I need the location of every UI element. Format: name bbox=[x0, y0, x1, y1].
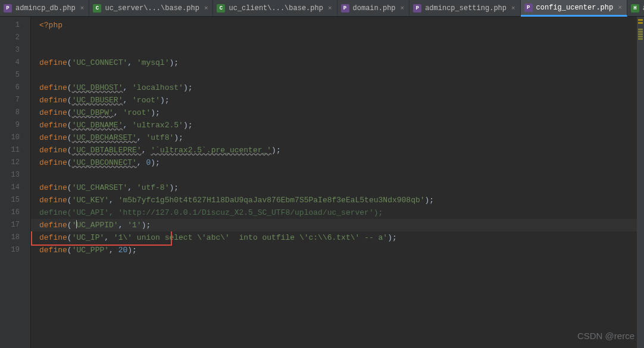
tab-uc-server-base-php[interactable]: Cuc_server\...\base.php× bbox=[89, 0, 213, 16]
line-number: 17 bbox=[0, 219, 30, 231]
code-line[interactable]: define('UC_DBCONNECT', 0); bbox=[31, 156, 644, 169]
tab-uc-client-base-php[interactable]: Cuc_client\...\base.php× bbox=[213, 0, 337, 16]
tab-label: uc_server\...\base.php bbox=[105, 4, 199, 12]
php-file-icon: P bbox=[413, 4, 421, 12]
close-icon[interactable]: × bbox=[80, 5, 85, 12]
line-number: 10 bbox=[0, 131, 30, 144]
editor-scrollbar[interactable] bbox=[637, 17, 644, 348]
line-number: 15 bbox=[0, 194, 30, 206]
code-line[interactable]: define('UC_KEY', 'm5b7yfc1g5h0t4t627H1l8… bbox=[31, 194, 644, 206]
line-number: 13 bbox=[0, 169, 30, 181]
code-line[interactable] bbox=[31, 44, 644, 57]
code-line[interactable]: <?php bbox=[31, 19, 644, 32]
tab-domain-php[interactable]: Pdomain.php× bbox=[337, 0, 410, 16]
line-number: 6 bbox=[0, 81, 30, 94]
code-line[interactable] bbox=[31, 169, 644, 181]
code-line[interactable]: define('UC_DBUSER', 'root'); bbox=[31, 94, 644, 106]
code-line[interactable]: define('UC_DBPW', 'root'); bbox=[31, 106, 644, 119]
code-line[interactable]: define('UC_DBNAME', 'ultrax2.5'); bbox=[31, 119, 644, 131]
close-icon[interactable]: × bbox=[618, 4, 622, 11]
close-icon[interactable]: × bbox=[511, 5, 515, 12]
line-number: 12 bbox=[0, 156, 30, 169]
tab-config-ucenter-php[interactable]: Pconfig_ucenter.php× bbox=[521, 0, 627, 17]
code-editor[interactable]: 12345678910111213141516171819 <?phpdefin… bbox=[0, 17, 644, 348]
line-number: 18 bbox=[0, 231, 30, 244]
code-line[interactable]: define('UC_CONNECT', 'mysql'); bbox=[31, 57, 644, 69]
line-number: 1 bbox=[0, 19, 30, 32]
code-line[interactable] bbox=[31, 69, 644, 81]
line-number: 9 bbox=[0, 119, 30, 131]
tab-label: config_ucenter.php bbox=[536, 4, 614, 12]
code-line[interactable]: define('UC_APPID', '1'); bbox=[31, 219, 644, 231]
close-icon[interactable]: × bbox=[328, 5, 332, 12]
line-number: 2 bbox=[0, 32, 30, 44]
code-line[interactable]: define('UC_DBCHARSET', 'utf8'); bbox=[31, 131, 644, 144]
line-number: 14 bbox=[0, 181, 30, 194]
line-number: 11 bbox=[0, 144, 30, 156]
line-number: 4 bbox=[0, 57, 30, 69]
code-line[interactable]: define('UC_DBTABLEPRE', '`ultrax2.5`.pre… bbox=[31, 144, 644, 156]
tab-label: admincp_db.php bbox=[15, 4, 76, 12]
line-number: 8 bbox=[0, 106, 30, 119]
code-line[interactable]: define('UC_PPP', 20); bbox=[31, 244, 644, 256]
line-number: 3 bbox=[0, 44, 30, 57]
php-file-icon: P bbox=[341, 4, 349, 12]
tab-label: uc_client\...\base.php bbox=[229, 4, 323, 12]
code-area[interactable]: <?phpdefine('UC_CONNECT', 'mysql');defin… bbox=[31, 17, 644, 348]
code-line[interactable]: define('UC_DBHOST', 'localhost'); bbox=[31, 81, 644, 94]
line-number: 5 bbox=[0, 69, 30, 81]
php-file-icon: P bbox=[524, 4, 533, 12]
line-number: 16 bbox=[0, 206, 30, 219]
code-line[interactable]: define('UC_IP', '1\' union select \'abc\… bbox=[31, 231, 644, 244]
close-icon[interactable]: × bbox=[204, 5, 208, 12]
htm-file-icon: H bbox=[631, 4, 639, 12]
tab-admincp-setting-php[interactable]: Padmincp_setting.php× bbox=[409, 0, 520, 16]
tab-admincp-db-php[interactable]: Padmincp_db.php× bbox=[0, 0, 89, 16]
cfg-file-icon: C bbox=[93, 4, 101, 12]
editor-tabbar: Padmincp_db.php×Cuc_server\...\base.php×… bbox=[0, 0, 644, 17]
line-number-gutter: 12345678910111213141516171819 bbox=[0, 17, 31, 348]
code-line[interactable] bbox=[31, 32, 644, 44]
tab-admin-app-htm[interactable]: Hadmin_app.htm× bbox=[627, 0, 644, 16]
tab-label: admincp_setting.php bbox=[425, 4, 507, 12]
line-number: 19 bbox=[0, 244, 30, 256]
cfg-file-icon: C bbox=[217, 4, 225, 12]
php-file-icon: P bbox=[4, 4, 12, 12]
code-line[interactable]: define('UC_CHARSET', 'utf-8'); bbox=[31, 181, 644, 194]
close-icon[interactable]: × bbox=[401, 5, 405, 12]
tab-label: domain.php bbox=[353, 4, 396, 12]
line-number: 7 bbox=[0, 94, 30, 106]
code-line[interactable]: define('UC_API', 'http://127.0.0.1/Discu… bbox=[31, 206, 644, 219]
